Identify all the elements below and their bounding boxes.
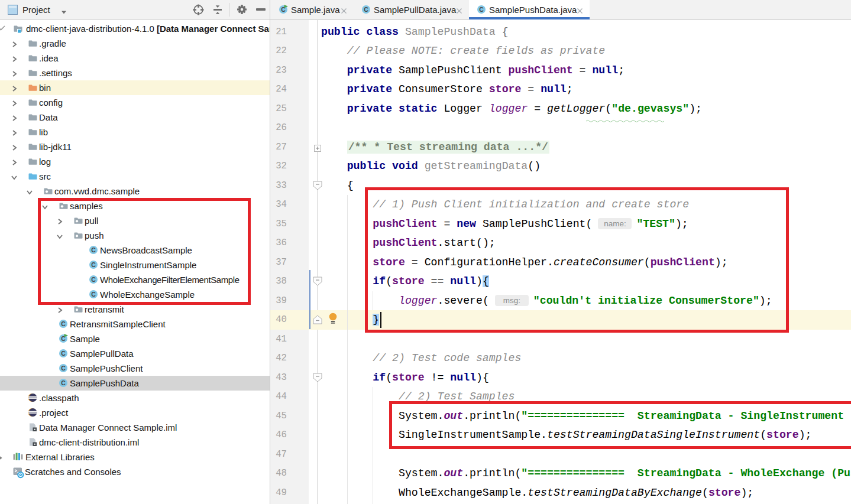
svg-text:C: C [61,350,66,357]
svg-text:C: C [61,379,66,386]
svg-text:C: C [479,6,484,13]
svg-text:C: C [61,365,66,372]
svg-text:C: C [364,6,368,13]
svg-text:C: C [61,320,66,327]
